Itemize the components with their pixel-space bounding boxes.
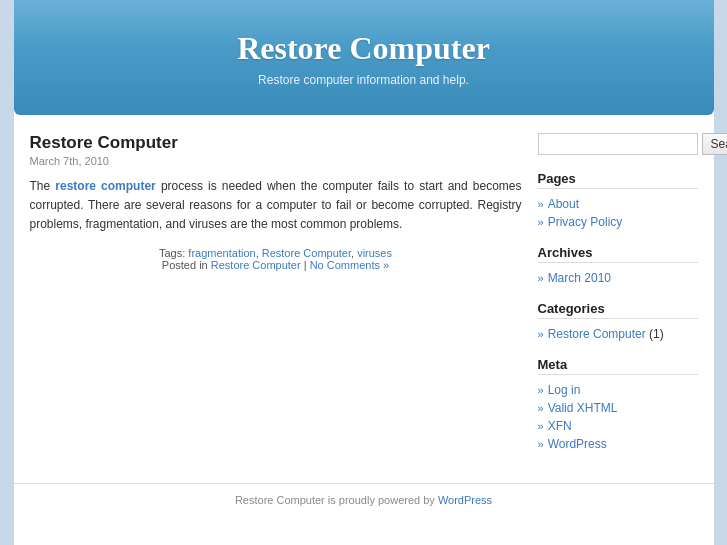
list-item: About (538, 195, 698, 213)
post-body-intro: The (30, 179, 56, 193)
search-input[interactable] (538, 133, 698, 155)
list-item: Log in (538, 381, 698, 399)
post-body: The restore computer process is needed w… (30, 177, 522, 235)
page-wrapper: Restore Computer Restore computer inform… (14, 0, 714, 545)
tag-viruses[interactable]: viruses (357, 247, 392, 259)
meta-xfn-link[interactable]: XFN (548, 419, 572, 433)
widget-archives-list: March 2010 (538, 269, 698, 287)
widget-pages-list: About Privacy Policy (538, 195, 698, 231)
site-footer: Restore Computer is proudly powered by W… (14, 483, 714, 516)
list-item: Valid XHTML (538, 399, 698, 417)
widget-categories-list: Restore Computer (1) (538, 325, 698, 343)
widget-meta: Meta Log in Valid XHTML XFN WordPress (538, 357, 698, 453)
no-comments-link[interactable]: No Comments » (310, 259, 389, 271)
category-restore-computer-sidebar[interactable]: Restore Computer (548, 327, 646, 341)
widget-archives: Archives March 2010 (538, 245, 698, 287)
widget-archives-title: Archives (538, 245, 698, 263)
list-item: Privacy Policy (538, 213, 698, 231)
widget-pages: Pages About Privacy Policy (538, 171, 698, 231)
meta-xhtml-link[interactable]: Valid XHTML (548, 401, 618, 415)
widget-meta-list: Log in Valid XHTML XFN WordPress (538, 381, 698, 453)
search-box: Search (538, 133, 698, 155)
category-restore-computer[interactable]: Restore Computer (211, 259, 301, 271)
pages-privacy-link[interactable]: Privacy Policy (548, 215, 623, 229)
tag-fragmentation[interactable]: fragmentation (188, 247, 255, 259)
widget-pages-title: Pages (538, 171, 698, 189)
archive-march2010-link[interactable]: March 2010 (548, 271, 611, 285)
restore-computer-link[interactable]: restore computer (55, 179, 155, 193)
list-item: XFN (538, 417, 698, 435)
content-wrapper: Restore Computer March 7th, 2010 The res… (14, 115, 714, 483)
list-item: WordPress (538, 435, 698, 453)
footer-wordpress-link[interactable]: WordPress (438, 494, 492, 506)
search-button[interactable]: Search (702, 133, 728, 155)
meta-login-link[interactable]: Log in (548, 383, 581, 397)
widget-categories: Categories Restore Computer (1) (538, 301, 698, 343)
posted-in-label: Posted in (162, 259, 211, 271)
footer-text: Restore Computer is proudly powered by (235, 494, 438, 506)
sidebar: Search Pages About Privacy Policy Archiv… (538, 133, 698, 467)
site-title: Restore Computer (34, 30, 694, 67)
main-content: Restore Computer March 7th, 2010 The res… (30, 133, 522, 467)
post-meta: Tags: fragmentation, Restore Computer, v… (30, 247, 522, 271)
pages-about-link[interactable]: About (548, 197, 579, 211)
tag-restore-computer[interactable]: Restore Computer (262, 247, 351, 259)
widget-categories-title: Categories (538, 301, 698, 319)
site-header: Restore Computer Restore computer inform… (14, 0, 714, 115)
post-tags: Tags: fragmentation, Restore Computer, v… (30, 247, 522, 259)
site-description: Restore computer information and help. (34, 73, 694, 87)
list-item: March 2010 (538, 269, 698, 287)
list-item: Restore Computer (1) (538, 325, 698, 343)
post-posted-in: Posted in Restore Computer | No Comments… (30, 259, 522, 271)
tags-label: Tags: (159, 247, 188, 259)
widget-meta-title: Meta (538, 357, 698, 375)
meta-wordpress-link[interactable]: WordPress (548, 437, 607, 451)
post-title: Restore Computer (30, 133, 522, 153)
post-date: March 7th, 2010 (30, 155, 522, 167)
